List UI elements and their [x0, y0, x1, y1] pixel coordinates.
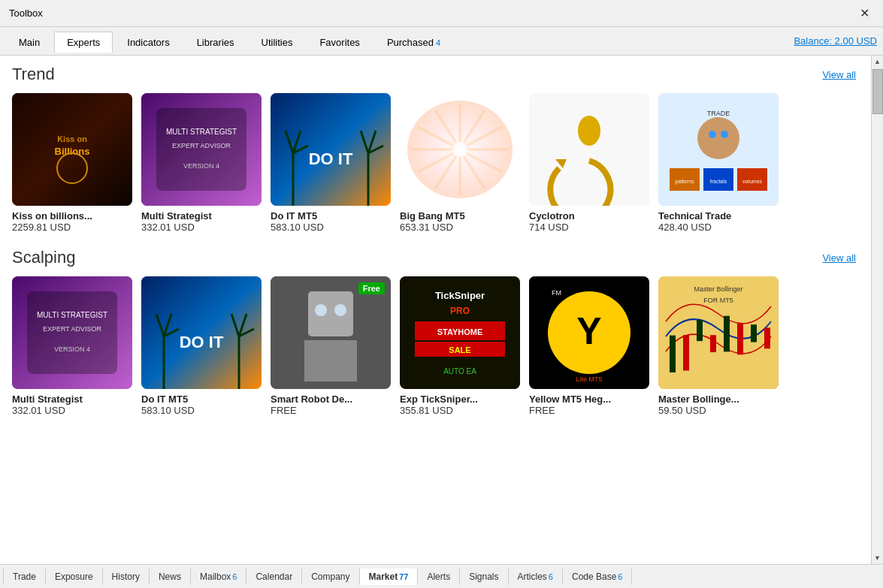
svg-text:EXPERT ADVISOR: EXPERT ADVISOR: [172, 142, 231, 149]
svg-text:Master Bollinger: Master Bollinger: [694, 285, 742, 293]
bottom-badge-market: 77: [399, 572, 408, 581]
product-item-kiss[interactable]: Kiss onBillionsKiss on billions...2259.8…: [12, 93, 132, 233]
product-grid-scalping: MULTI STRATEGISTEXPERT ADVISORVERSION 4M…: [12, 276, 871, 416]
product-image-cyclotron: [529, 93, 649, 206]
product-item-multi2[interactable]: MULTI STRATEGISTEXPERT ADVISORVERSION 4M…: [12, 276, 132, 416]
product-price-cyclotron: 714 USD: [529, 222, 649, 233]
svg-text:VERSION 4: VERSION 4: [183, 162, 219, 170]
bottom-tab-signals[interactable]: Signals: [460, 568, 508, 585]
product-name-ticksniper: Exp TickSniper...: [400, 394, 520, 405]
scroll-up-arrow[interactable]: ▲: [872, 56, 884, 68]
tab-indicators[interactable]: Indicators: [114, 32, 182, 53]
product-item-technical[interactable]: TRADEpatternsfractalsvolumesTechnical Tr…: [658, 93, 779, 233]
tab-purchased[interactable]: Purchased4: [374, 32, 453, 53]
product-name-multi2: Multi Strategist: [12, 394, 132, 405]
svg-rect-25: [529, 93, 649, 206]
product-price-robot: FREE: [271, 405, 391, 416]
section-title-trend: Trend: [12, 65, 55, 84]
product-image-doit: DO IT: [271, 93, 391, 206]
product-name-cyclotron: Cyclotron: [529, 210, 649, 222]
close-button[interactable]: ✕: [855, 5, 874, 22]
svg-point-37: [709, 131, 716, 138]
svg-text:AUTO EA: AUTO EA: [443, 367, 476, 375]
product-name-multi: Multi Strategist: [141, 210, 262, 222]
svg-point-38: [721, 131, 728, 138]
product-item-bollinger[interactable]: Master BollingerFOR MT5Master Bollinge..…: [658, 276, 779, 416]
bottom-tab-codebase[interactable]: Code Base6: [563, 568, 633, 585]
product-item-doit2[interactable]: DO ITDo IT MT5583.10 USD: [141, 276, 262, 416]
bottom-tab-articles[interactable]: Articles6: [509, 568, 563, 585]
svg-text:EXPERT ADVISOR: EXPERT ADVISOR: [43, 325, 102, 333]
svg-text:fractals: fractals: [710, 179, 727, 184]
section-header-scalping: ScalpingView all: [12, 248, 871, 267]
product-image-multi2: MULTI STRATEGISTEXPERT ADVISORVERSION 4: [12, 276, 132, 389]
bottom-tab-market[interactable]: Market77: [360, 568, 419, 585]
scroll-down-arrow[interactable]: ▼: [872, 552, 884, 564]
svg-point-36: [697, 117, 739, 159]
svg-text:SALE: SALE: [449, 345, 470, 354]
bottom-tab-calendar[interactable]: Calendar: [246, 568, 302, 585]
tab-utilities[interactable]: Utilities: [249, 32, 306, 53]
svg-text:Billions: Billions: [55, 146, 90, 157]
svg-rect-40: [27, 291, 117, 374]
bottom-badge-mailbox: 6: [232, 572, 237, 581]
product-price-doit2: 583.10 USD: [141, 405, 262, 416]
bottom-tab-history[interactable]: History: [103, 568, 150, 585]
svg-point-48: [315, 304, 327, 316]
product-name-doit: Do IT MT5: [271, 210, 391, 222]
balance-link[interactable]: Balance: 2.00 USD: [794, 35, 877, 47]
tab-favorites[interactable]: Favorites: [307, 32, 372, 53]
product-name-robot: Smart Robot De...: [271, 394, 391, 405]
bottom-tab-news[interactable]: News: [150, 568, 191, 585]
svg-rect-69: [697, 320, 703, 341]
bottom-tab-alerts[interactable]: Alerts: [418, 568, 460, 585]
product-image-bollinger: Master BollingerFOR MT5: [658, 276, 779, 389]
product-price-technical: 428.40 USD: [658, 222, 779, 233]
tab-main[interactable]: Main: [6, 32, 53, 53]
svg-rect-50: [304, 340, 357, 381]
product-item-multi[interactable]: MULTI STRATEGISTEXPERT ADVISORVERSION 4M…: [141, 93, 262, 233]
svg-text:TRADE: TRADE: [707, 110, 730, 117]
bottom-tab-company[interactable]: Company: [302, 568, 359, 585]
product-item-bigbang[interactable]: Big Bang MT5653.31 USD: [400, 93, 520, 233]
section-title-scalping: Scalping: [12, 248, 75, 267]
view-all-trend[interactable]: View all: [822, 69, 856, 80]
top-tabs-bar: MainExpertsIndicatorsLibrariesUtilitiesF…: [0, 27, 883, 56]
bottom-tab-trade[interactable]: Trade: [3, 568, 46, 585]
product-item-cyclotron[interactable]: Cyclotron714 USD: [529, 93, 649, 233]
svg-text:Lite  MT5: Lite MT5: [576, 375, 602, 383]
product-price-kiss: 2259.81 USD: [12, 222, 132, 233]
product-item-doit[interactable]: DO ITDo IT MT5583.10 USD: [271, 93, 391, 233]
product-name-technical: Technical Trade: [658, 210, 779, 222]
svg-rect-68: [683, 335, 689, 370]
product-item-robot[interactable]: FreeSmart Robot De...FREE: [271, 276, 391, 416]
svg-text:patterns: patterns: [675, 179, 694, 185]
title-bar: Toolbox ✕: [0, 0, 883, 27]
tab-badge-purchased: 4: [436, 38, 440, 47]
svg-text:DO IT: DO IT: [180, 333, 224, 351]
bottom-badge-codebase: 6: [618, 572, 622, 581]
svg-text:TickSniper: TickSniper: [435, 290, 485, 301]
bottom-tab-mailbox[interactable]: Mailbox6: [191, 568, 246, 585]
product-name-bigbang: Big Bang MT5: [400, 210, 520, 222]
tab-libraries[interactable]: Libraries: [184, 32, 247, 53]
product-item-yellow[interactable]: YFMLite MT5Yellow MT5 Heg...FREE: [529, 276, 649, 416]
svg-rect-71: [724, 316, 730, 352]
bottom-badge-articles: 6: [549, 572, 553, 581]
product-image-multi: MULTI STRATEGISTEXPERT ADVISORVERSION 4: [141, 93, 262, 206]
view-all-scalping[interactable]: View all: [822, 252, 856, 264]
svg-rect-73: [751, 324, 757, 342]
scroll-thumb[interactable]: [872, 69, 883, 114]
product-name-bollinger: Master Bollinge...: [658, 394, 779, 405]
section-trend: TrendView allKiss onBillionsKiss on bill…: [12, 65, 871, 233]
svg-text:Kiss on: Kiss on: [57, 134, 87, 143]
product-image-ticksniper: TickSniperPROSTAYHOMESALEAUTO EA: [400, 276, 520, 389]
svg-rect-5: [156, 108, 246, 191]
svg-point-49: [334, 304, 346, 316]
product-item-ticksniper[interactable]: TickSniperPROSTAYHOMESALEAUTO EAExp Tick…: [400, 276, 520, 416]
svg-text:VERSION 4: VERSION 4: [54, 345, 90, 353]
svg-point-26: [578, 116, 600, 146]
tab-experts[interactable]: Experts: [54, 32, 113, 53]
bottom-tab-exposure[interactable]: Exposure: [46, 568, 103, 585]
product-name-doit2: Do IT MT5: [141, 394, 262, 405]
